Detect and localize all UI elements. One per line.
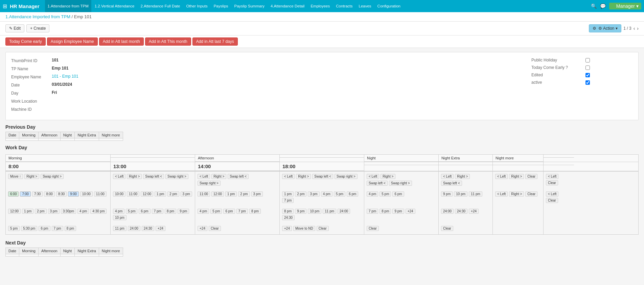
col14-time-4pm[interactable]: 4 pm <box>198 209 209 214</box>
col18-time-4pm[interactable]: 4 pm <box>321 191 332 197</box>
nav-item-configuration[interactable]: Configuration <box>375 0 403 12</box>
night-more-left-btn2[interactable]: < Left <box>495 191 508 197</box>
morning-time-1pm[interactable]: 1 pm <box>22 209 33 214</box>
prev-record-button[interactable]: ‹ <box>634 26 635 31</box>
col13-time-8pm[interactable]: 8 pm <box>165 209 176 214</box>
col18-time-2400[interactable]: 24:00 <box>338 209 350 214</box>
col18-left-button[interactable]: < Left <box>282 174 295 179</box>
col18-time-6pm[interactable]: 6 pm <box>347 191 358 197</box>
extra-right-clear-button[interactable]: Clear <box>546 180 558 185</box>
employee-name-value[interactable]: 101 - Emp 101 <box>52 74 78 79</box>
col14-time-clear[interactable]: Clear <box>209 226 221 231</box>
col13-time-1pm[interactable]: 1 pm <box>155 191 166 197</box>
col13-time-6pm[interactable]: 6 pm <box>139 209 150 214</box>
assign-employee-name-button[interactable]: Assign Employee Name <box>47 37 98 46</box>
night-extra-swap-left-button[interactable]: Swap left < <box>441 181 462 186</box>
col13-time-2430[interactable]: 24:30 <box>142 226 154 231</box>
night-more-right-btn2[interactable]: Right > <box>509 191 524 197</box>
col18-swap-left-button[interactable]: Swap left < <box>312 174 333 179</box>
col14-time-1pm[interactable]: 1 pm <box>225 191 237 197</box>
night-extra-time-9pm[interactable]: 9 pm <box>441 191 453 197</box>
night-more-right-button[interactable]: Right > <box>509 174 524 179</box>
col18-time-3pm[interactable]: 3 pm <box>308 191 319 197</box>
nav-item-payslip-summary[interactable]: Payslip Summary <box>232 0 267 12</box>
col14-time-2pm[interactable]: 2 pm <box>238 191 250 197</box>
col14-time-7pm[interactable]: 7 pm <box>236 209 248 214</box>
today-come-early-checkbox[interactable] <box>585 66 590 70</box>
night-extra-time-10pm[interactable]: 10 pm <box>454 191 467 197</box>
morning-right-button[interactable]: Right > <box>24 174 39 179</box>
nav-item-attendance-tpm[interactable]: 1.Attendance from TPM <box>45 0 91 12</box>
morning-time-430pm[interactable]: 4:30 pm <box>90 209 107 214</box>
col13-right-button[interactable]: Right > <box>127 174 142 179</box>
col14-time-8pm[interactable]: 8 pm <box>249 209 261 214</box>
morning-time-6pm[interactable]: 6 pm <box>39 226 50 231</box>
col18-time-7pm[interactable]: 7 pm <box>282 198 294 203</box>
nav-item-other-inputs[interactable]: Other Inputs <box>183 0 210 12</box>
app-grid-icon[interactable]: ⊞ <box>3 3 7 9</box>
night-extra-time-11pm[interactable]: 11 pm <box>469 191 482 197</box>
morning-time-330pm[interactable]: 3:30pm <box>61 209 76 214</box>
col14-swap-right-button[interactable]: Swap right > <box>198 181 221 186</box>
night-extra-right-button[interactable]: Right > <box>455 174 470 179</box>
morning-time-7pm[interactable]: 7 pm <box>52 226 63 231</box>
nav-item-attendance-detail[interactable]: 4.Attendance Detail <box>268 0 307 12</box>
night-extra-time-p24[interactable]: +24 <box>469 209 479 214</box>
nav-item-full-date[interactable]: 2.Attendance Full Date <box>138 0 183 12</box>
morning-time-8pm[interactable]: 8 pm <box>65 226 76 231</box>
night-swap-right-button[interactable]: Swap right > <box>389 181 412 186</box>
morning-time-800[interactable]: 8:00 <box>44 191 54 197</box>
col13-time-7pm[interactable]: 7 pm <box>152 209 163 214</box>
extra-right-clear-btn2[interactable]: Clear <box>546 198 558 203</box>
night-extra-left-button[interactable]: < Left <box>441 174 454 179</box>
col13-left-button[interactable]: < Left <box>113 174 125 179</box>
col14-right-button[interactable]: Right > <box>211 174 226 179</box>
col18-swap-right-button[interactable]: Swap right > <box>335 174 358 179</box>
morning-time-600[interactable]: 6:00 <box>8 191 19 197</box>
add-att-last-month-button[interactable]: Add in Att last month <box>99 37 144 46</box>
edit-button[interactable]: ✎ Edit <box>5 24 24 32</box>
col18-time-11pm[interactable]: 11 pm <box>323 209 336 214</box>
col14-time-1100[interactable]: 11:00 <box>198 191 210 197</box>
manager-button[interactable]: ● Manager ▾ <box>609 3 641 9</box>
night-more-clear-btn2[interactable]: Clear <box>525 191 537 197</box>
morning-time-730[interactable]: 7:30 <box>32 191 43 197</box>
col18-time-5pm[interactable]: 5 pm <box>334 191 345 197</box>
night-extra-clear[interactable]: Clear <box>441 226 453 231</box>
night-extra-time-2430[interactable]: 24:30 <box>455 209 467 214</box>
night-left-button[interactable]: < Left <box>367 174 379 179</box>
night-time-5pm[interactable]: 5 pm <box>380 191 391 197</box>
nav-item-vertical[interactable]: 1.2.Vertical Attendance <box>92 0 137 12</box>
col14-left-button[interactable]: < Left <box>198 174 210 179</box>
col13-time-2pm[interactable]: 2 pm <box>167 191 179 197</box>
night-time-p24[interactable]: +24 <box>406 209 415 214</box>
nav-item-leaves[interactable]: Leaves <box>356 0 374 12</box>
col14-time-p24[interactable]: +24 <box>198 226 207 231</box>
col14-time-1200[interactable]: 12:00 <box>211 191 224 197</box>
morning-time-1000[interactable]: 10:00 <box>80 191 93 197</box>
create-button[interactable]: + Create <box>26 24 49 32</box>
morning-time-1100[interactable]: 11:00 <box>94 191 107 197</box>
col13-time-1100[interactable]: 11:00 <box>127 191 139 197</box>
col13-time-5pm[interactable]: 5 pm <box>126 209 137 214</box>
col13-time-11pm[interactable]: 11 pm <box>113 226 127 231</box>
search-icon[interactable]: 🔍 <box>591 3 597 9</box>
col13-time-10pm[interactable]: 10 pm <box>113 215 127 220</box>
col13-time-2400[interactable]: 24:00 <box>128 226 140 231</box>
col18-time-1pm[interactable]: 1 pm <box>282 191 294 197</box>
add-att-last-7-days-button[interactable]: Add in Att last 7 days <box>192 37 238 46</box>
extra-right-left-btn2[interactable]: < Left <box>546 191 558 197</box>
col13-time-1200[interactable]: 12:00 <box>141 191 153 197</box>
chat-icon[interactable]: 💬 <box>600 3 606 9</box>
col18-clear[interactable]: Clear <box>317 226 329 231</box>
morning-time-700[interactable]: 7:00 <box>20 191 30 197</box>
nav-item-employees[interactable]: Employees <box>308 0 332 12</box>
col18-time-10pm[interactable]: 10 pm <box>308 209 321 214</box>
col14-time-6pm[interactable]: 6 pm <box>223 209 235 214</box>
night-right-button[interactable]: Right > <box>381 174 395 179</box>
morning-time-2pm[interactable]: 2 pm <box>35 209 46 214</box>
nav-item-contracts[interactable]: Contracts <box>333 0 355 12</box>
col13-swap-right-button[interactable]: Swap right > <box>165 174 188 179</box>
col13-time-4pm[interactable]: 4 pm <box>113 209 124 214</box>
add-att-this-month-button[interactable]: Add in Att This month <box>145 37 191 46</box>
